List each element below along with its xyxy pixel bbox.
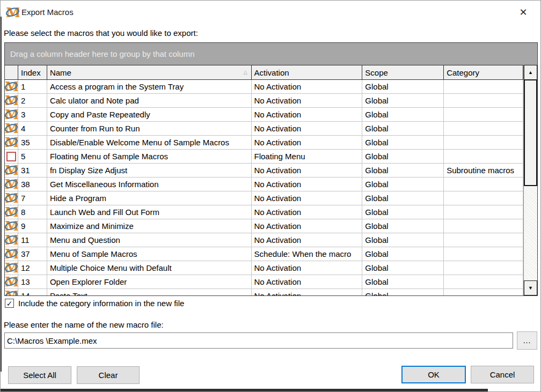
table-row[interactable]: M31fn Display Size AdjustNo ActivationGl… (5, 164, 523, 177)
include-category-row: ✓ Include the category information in th… (5, 299, 184, 308)
cell-index: 9 (18, 219, 47, 233)
cell-scope: Global (362, 177, 444, 191)
column-header-activation[interactable]: Activation (252, 65, 363, 80)
macro-checked-icon: M (5, 206, 18, 219)
macro-checked-icon: M (5, 234, 18, 247)
scroll-up-icon[interactable]: ▲ (524, 65, 537, 80)
cell-category (444, 177, 523, 191)
table-zone: Index Name △ Activation Scope Category M… (5, 65, 537, 295)
cell-name: Counter from Run to Run (47, 122, 252, 136)
cell-scope: Global (362, 94, 444, 108)
table-row[interactable]: M13Open Explorer FolderNo ActivationGlob… (5, 275, 523, 289)
macro-checked-icon: M (5, 248, 18, 261)
table-row[interactable]: M7Hide a ProgramNo ActivationGlobal (5, 191, 523, 205)
cell-activation: No Activation (252, 219, 363, 233)
table-row[interactable]: M1Access a program in the System TrayNo … (5, 80, 523, 94)
scrollbar-track[interactable] (524, 186, 537, 280)
cell-category (444, 233, 523, 247)
column-header-index[interactable]: Index (18, 65, 47, 80)
table-row[interactable]: M38Get Miscellaneous InformationNo Activ… (5, 177, 523, 191)
row-select-checkbox[interactable]: M (5, 94, 18, 108)
table-row[interactable]: M14Paste TextNo ActivationGlobal (5, 289, 523, 295)
scroll-down-icon[interactable]: ▼ (524, 280, 537, 295)
macro-checked-icon: M (5, 220, 18, 233)
vertical-scrollbar[interactable]: ▲ ▼ (523, 65, 537, 295)
cell-activation: No Activation (252, 275, 363, 289)
table-row[interactable]: M2Calc ulator and Note padNo ActivationG… (5, 94, 523, 108)
macro-checked-icon: M (5, 262, 18, 275)
table-row[interactable]: M3Copy and Paste RepeatedlyNo Activation… (5, 108, 523, 122)
table-row[interactable]: M37Menu of Sample MacrosSchedule: When t… (5, 247, 523, 261)
row-select-checkbox[interactable]: M (5, 275, 18, 289)
cell-scope: Global (362, 136, 444, 150)
table-row[interactable]: M8Launch Web and Fill Out FormNo Activat… (5, 205, 523, 219)
cell-name: Paste Text (47, 289, 252, 295)
table-row[interactable]: M35Disable/Enable Welcome Menu of Sample… (5, 136, 523, 150)
macro-checked-icon: M (5, 80, 18, 93)
select-all-button[interactable]: Select All (8, 366, 71, 384)
cell-name: Menu of Sample Macros (47, 247, 252, 261)
row-select-checkbox[interactable]: M (5, 108, 18, 122)
row-select-checkbox[interactable]: M (5, 233, 18, 247)
include-category-label: Include the category information in the … (18, 299, 184, 308)
cell-scope: Global (362, 164, 444, 177)
cell-scope: Global (362, 205, 444, 219)
cell-index: 38 (18, 177, 47, 191)
table-row[interactable]: 5Floating Menu of Sample MacrosFloating … (5, 150, 523, 164)
background-window-bottom-edge (1, 389, 488, 391)
ok-button[interactable]: OK (401, 366, 466, 383)
cell-category (444, 191, 523, 205)
clear-button[interactable]: Clear (77, 366, 140, 384)
row-select-checkbox[interactable]: M (5, 136, 18, 150)
column-header-category[interactable]: Category (444, 65, 523, 80)
cell-category (444, 261, 523, 275)
row-select-checkbox[interactable]: M (5, 177, 18, 191)
cell-index: 2 (18, 94, 47, 108)
row-select-checkbox[interactable]: M (5, 80, 18, 94)
column-header-check[interactable] (5, 65, 18, 80)
close-icon[interactable]: ✕ (513, 4, 534, 21)
scrollbar-thumb[interactable] (524, 80, 537, 186)
cell-index: 11 (18, 233, 47, 247)
cell-activation: No Activation (252, 177, 363, 191)
cell-index: 8 (18, 205, 47, 219)
row-select-checkbox[interactable]: M (5, 247, 18, 261)
row-select-checkbox[interactable]: M (5, 289, 18, 295)
file-name-prompt: Please enter the name of the new macro f… (4, 320, 164, 329)
table-row[interactable]: M12Multiple Choice Menu with DefaultNo A… (5, 261, 523, 275)
group-by-band[interactable]: Drag a column header here to group by th… (5, 43, 537, 65)
cell-category (444, 94, 523, 108)
sort-ascending-icon: △ (244, 70, 247, 75)
row-select-checkbox[interactable]: M (5, 219, 18, 233)
cell-name: Floating Menu of Sample Macros (47, 150, 252, 164)
cell-index: 4 (18, 122, 47, 136)
table-row[interactable]: M4Counter from Run to RunNo ActivationGl… (5, 122, 523, 136)
macro-checked-icon: M (5, 290, 18, 296)
cell-category (444, 275, 523, 289)
cell-activation: No Activation (252, 94, 363, 108)
cell-category (444, 247, 523, 261)
macro-checked-icon: M (5, 122, 18, 135)
background-window-left-edge (1, 17, 2, 372)
row-select-checkbox[interactable]: M (5, 205, 18, 219)
row-select-checkbox[interactable]: M (5, 261, 18, 275)
row-select-checkbox[interactable]: M (5, 191, 18, 205)
cell-activation: No Activation (252, 205, 363, 219)
row-select-checkbox[interactable]: M (5, 164, 18, 177)
cell-category (444, 150, 523, 164)
cell-category (444, 289, 523, 295)
cell-index: 35 (18, 136, 47, 150)
cancel-button[interactable]: Cancel (471, 366, 534, 383)
cell-scope: Global (362, 247, 444, 261)
file-name-input[interactable] (4, 332, 513, 349)
cell-index: 3 (18, 108, 47, 122)
table-row[interactable]: M9Maximize and MinimizeNo ActivationGlob… (5, 219, 523, 233)
cell-index: 31 (18, 164, 47, 177)
include-category-checkbox[interactable]: ✓ (5, 299, 14, 308)
row-select-checkbox[interactable] (5, 150, 18, 164)
column-header-scope[interactable]: Scope (362, 65, 444, 80)
row-select-checkbox[interactable]: M (5, 122, 18, 136)
column-header-name[interactable]: Name △ (47, 65, 252, 80)
table-row[interactable]: M11Menu and QuestionNo ActivationGlobal (5, 233, 523, 247)
browse-button[interactable]: ... (517, 331, 537, 350)
